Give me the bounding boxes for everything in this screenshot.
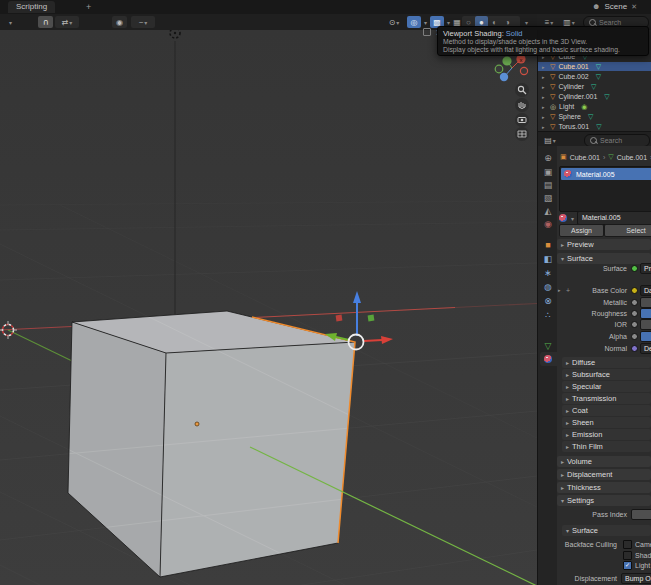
alpha-slider[interactable] <box>640 331 651 342</box>
tab-view-layer[interactable]: ▧ <box>538 193 558 203</box>
tab-physics[interactable]: ◍ <box>538 282 558 292</box>
workspace-tab-scripting[interactable]: Scripting <box>8 1 55 13</box>
tab-world[interactable]: ◉ <box>538 219 558 229</box>
pan-button[interactable] <box>515 98 529 112</box>
orientation-dropdown[interactable]: ▾ <box>4 16 16 28</box>
tab-particles[interactable]: ∗ <box>538 268 558 278</box>
roughness-slider[interactable] <box>640 308 651 319</box>
pass-index-field[interactable] <box>631 509 651 520</box>
expand-arrow-icon[interactable]: ▸ <box>542 94 547 100</box>
nav-axis-x-neg[interactable] <box>520 67 527 74</box>
expand-arrow-icon[interactable]: ▸ <box>542 74 547 80</box>
breadcrumb-data[interactable]: Cube.001 <box>617 154 647 161</box>
assign-button[interactable]: Assign <box>559 224 604 237</box>
nav-axis-y[interactable] <box>502 56 511 65</box>
nav-axis-z[interactable] <box>500 73 508 81</box>
tab-tool[interactable]: ⊕ <box>538 153 558 163</box>
tab-constraints[interactable]: ⊗ <box>538 296 558 306</box>
nav-axis-y-neg[interactable] <box>495 65 503 73</box>
expand-arrow-icon[interactable]: ▸ <box>542 64 547 70</box>
gizmo-plane-handle-y[interactable] <box>368 315 375 322</box>
subpanel-specular[interactable]: ▸Specular <box>562 381 651 392</box>
gizmos-dropdown[interactable]: ▾ <box>421 16 429 28</box>
camera-view-button[interactable] <box>515 113 529 127</box>
object-data-icon: ▽ <box>604 93 609 101</box>
expand-arrow-icon[interactable]: ▸ <box>542 104 547 110</box>
properties-editor-dropdown[interactable]: ▤▾ <box>541 134 559 146</box>
material-name-field[interactable]: Material.005 <box>577 211 651 225</box>
subpanel-transmission[interactable]: ▸Transmission <box>562 393 651 404</box>
checkbox-light-probe[interactable]: ✓ <box>623 561 632 570</box>
panel-displacement[interactable]: ▸Displacement <box>557 469 651 480</box>
panel-volume[interactable]: ▸Volume <box>557 456 651 467</box>
gizmo-plane-handle-x[interactable] <box>336 315 343 322</box>
object-name[interactable]: Sphere <box>558 112 581 121</box>
viewport-3d[interactable]: x <box>0 30 537 585</box>
pivot-point-dropdown[interactable]: ⊙▾ <box>383 16 405 28</box>
material-datablock-icon[interactable] <box>559 214 567 222</box>
falloff-dropdown[interactable]: ~▾ <box>131 16 155 28</box>
base-color-field[interactable]: Dark <box>640 285 651 296</box>
material-slot-active[interactable]: Material.005 <box>561 168 651 180</box>
object-name[interactable]: Cylinder.001 <box>558 92 597 101</box>
scene-selector[interactable]: ☻ Scene ✕ <box>592 1 637 13</box>
breadcrumb-object[interactable]: Cube.001 <box>570 154 600 161</box>
expand-arrow-icon[interactable]: ▸ <box>542 124 547 130</box>
displacement-method-select[interactable]: Bump Only <box>621 573 651 584</box>
tab-object-data[interactable]: ▽ <box>538 341 558 351</box>
tab-material-active[interactable] <box>540 352 558 366</box>
panel-thickness[interactable]: ▸Thickness <box>557 482 651 493</box>
expand-arrow-icon[interactable]: ▸ <box>542 114 547 120</box>
outliner-row[interactable]: ▸▽Sphere▽ <box>538 112 651 121</box>
object-name[interactable]: Light <box>559 102 574 111</box>
tab-modifiers[interactable]: ◧ <box>538 254 558 264</box>
object-name[interactable]: Cube.001 <box>558 62 588 71</box>
outliner-row[interactable]: ▸▽Cube.002▽ <box>538 72 651 81</box>
select-button[interactable]: Select <box>604 224 651 237</box>
tab-output[interactable]: ▤ <box>538 180 558 190</box>
decorator-icon[interactable]: + <box>566 287 570 294</box>
tab-scene[interactable]: ◭ <box>538 206 558 216</box>
subpanel-diffuse[interactable]: ▸Diffuse <box>562 357 651 368</box>
outliner-row[interactable]: ▸▽Torus.001▽ <box>538 122 651 131</box>
outliner-row[interactable]: ▸▽Cylinder▽ <box>538 82 651 91</box>
expand-arrow-icon[interactable]: ▸ <box>542 84 547 90</box>
checkbox-camera[interactable] <box>623 540 632 549</box>
material-slot-name[interactable]: Material.005 <box>576 171 615 178</box>
subpanel-subsurface[interactable]: ▸Subsurface <box>562 369 651 380</box>
object-name[interactable]: Cube.002 <box>558 72 588 81</box>
outliner-row-active[interactable]: ▸▽Cube.001▽ <box>538 62 651 71</box>
zoom-button[interactable] <box>515 83 529 97</box>
scene-unlink-icon[interactable]: ✕ <box>631 1 637 13</box>
ior-slider[interactable] <box>640 319 651 330</box>
object-name[interactable]: Cylinder <box>558 82 584 91</box>
tab-effects[interactable]: ∴ <box>538 310 558 320</box>
chevron-down-icon[interactable]: ▾ <box>571 215 574 222</box>
subpanel-emission[interactable]: ▸Emission <box>562 429 651 440</box>
material-slot-list[interactable]: Material.005 ∷ <box>559 166 651 212</box>
surface-shader-select[interactable]: Principled BSDF <box>640 263 651 274</box>
proportional-editing-toggle[interactable]: ◉ <box>112 16 127 28</box>
tab-render[interactable]: ▣ <box>538 167 558 177</box>
tab-object[interactable]: ■ <box>538 240 558 250</box>
panel-preview[interactable]: ▸Preview <box>557 239 651 250</box>
object-name[interactable]: Torus.001 <box>558 122 589 131</box>
outliner-row[interactable]: ▸◎Light◉ <box>538 102 651 111</box>
add-workspace-button[interactable]: + <box>86 1 91 13</box>
snap-magnet-toggle[interactable]: ∪ <box>38 16 53 28</box>
scene-name[interactable]: Scene <box>604 1 627 13</box>
expand-arrow-icon[interactable]: ▸ <box>558 287 561 293</box>
normal-field[interactable]: Default <box>640 343 651 354</box>
gizmos-toggle[interactable]: ◎ <box>407 16 421 28</box>
grid-toggle-button[interactable] <box>515 127 529 141</box>
subpanel-thin-film[interactable]: ▸Thin Film <box>562 441 651 452</box>
object-origin-dot <box>195 422 199 426</box>
subpanel-sheen[interactable]: ▸Sheen <box>562 417 651 428</box>
metallic-slider[interactable] <box>640 297 651 308</box>
outliner-row[interactable]: ▸▽Cylinder.001▽ <box>538 92 651 101</box>
subpanel-coat[interactable]: ▸Coat <box>562 405 651 416</box>
subpanel-settings-surface[interactable]: ▾Surface <box>562 525 651 536</box>
checkbox-shadow[interactable] <box>623 551 632 560</box>
panel-settings[interactable]: ▾Settings <box>557 495 651 506</box>
snap-target-dropdown[interactable]: ⇄▾ <box>55 16 79 28</box>
